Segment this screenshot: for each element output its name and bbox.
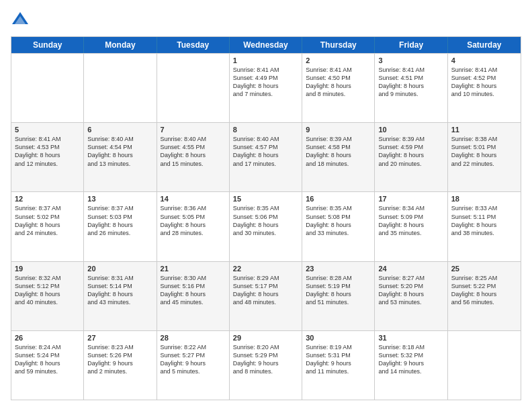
day-number: 4 bbox=[451, 56, 517, 64]
day-info: Sunrise: 8:18 AM Sunset: 5:32 PM Dayligh… bbox=[378, 343, 443, 376]
day-info: Sunrise: 8:41 AM Sunset: 4:49 PM Dayligh… bbox=[233, 66, 298, 99]
calendar-cell: 28Sunrise: 8:22 AM Sunset: 5:27 PM Dayli… bbox=[157, 331, 230, 400]
day-number: 1 bbox=[233, 56, 298, 64]
day-number: 13 bbox=[87, 195, 152, 203]
day-number: 30 bbox=[306, 334, 371, 342]
calendar-cell: 29Sunrise: 8:20 AM Sunset: 5:29 PM Dayli… bbox=[230, 331, 302, 400]
day-info: Sunrise: 8:38 AM Sunset: 5:01 PM Dayligh… bbox=[451, 135, 517, 168]
day-info: Sunrise: 8:25 AM Sunset: 5:22 PM Dayligh… bbox=[451, 274, 517, 307]
logo bbox=[11, 11, 32, 30]
calendar-row-1: 5Sunrise: 8:41 AM Sunset: 4:53 PM Daylig… bbox=[11, 122, 521, 191]
day-info: Sunrise: 8:31 AM Sunset: 5:14 PM Dayligh… bbox=[87, 274, 152, 307]
day-number: 15 bbox=[233, 195, 298, 203]
day-info: Sunrise: 8:40 AM Sunset: 4:57 PM Dayligh… bbox=[233, 135, 298, 168]
day-number: 31 bbox=[378, 334, 443, 342]
calendar-row-0: 1Sunrise: 8:41 AM Sunset: 4:49 PM Daylig… bbox=[11, 53, 521, 122]
weekday-header-thursday: Thursday bbox=[302, 37, 375, 53]
day-info: Sunrise: 8:24 AM Sunset: 5:24 PM Dayligh… bbox=[15, 343, 80, 376]
calendar-cell: 21Sunrise: 8:30 AM Sunset: 5:16 PM Dayli… bbox=[157, 262, 230, 330]
calendar-cell: 1Sunrise: 8:41 AM Sunset: 4:49 PM Daylig… bbox=[230, 54, 302, 122]
day-info: Sunrise: 8:41 AM Sunset: 4:51 PM Dayligh… bbox=[378, 66, 443, 99]
weekday-header-saturday: Saturday bbox=[448, 37, 521, 53]
calendar-cell: 24Sunrise: 8:27 AM Sunset: 5:20 PM Dayli… bbox=[375, 262, 447, 330]
day-info: Sunrise: 8:29 AM Sunset: 5:17 PM Dayligh… bbox=[233, 274, 298, 307]
calendar-row-2: 12Sunrise: 8:37 AM Sunset: 5:02 PM Dayli… bbox=[11, 191, 521, 261]
day-number: 3 bbox=[378, 56, 443, 64]
calendar-cell: 16Sunrise: 8:35 AM Sunset: 5:08 PM Dayli… bbox=[302, 192, 375, 261]
calendar-cell: 7Sunrise: 8:40 AM Sunset: 4:55 PM Daylig… bbox=[157, 123, 230, 191]
day-number: 21 bbox=[161, 265, 226, 273]
day-info: Sunrise: 8:27 AM Sunset: 5:20 PM Dayligh… bbox=[378, 274, 443, 307]
calendar-cell: 25Sunrise: 8:25 AM Sunset: 5:22 PM Dayli… bbox=[448, 262, 521, 330]
day-number: 6 bbox=[87, 126, 152, 134]
day-info: Sunrise: 8:39 AM Sunset: 4:58 PM Dayligh… bbox=[306, 135, 371, 168]
calendar-cell: 6Sunrise: 8:40 AM Sunset: 4:54 PM Daylig… bbox=[84, 123, 157, 191]
weekday-header-monday: Monday bbox=[84, 37, 157, 53]
day-number: 16 bbox=[306, 195, 371, 203]
day-number: 2 bbox=[306, 56, 371, 64]
calendar-cell: 9Sunrise: 8:39 AM Sunset: 4:58 PM Daylig… bbox=[302, 123, 375, 191]
day-info: Sunrise: 8:28 AM Sunset: 5:19 PM Dayligh… bbox=[306, 274, 371, 307]
calendar-cell: 14Sunrise: 8:36 AM Sunset: 5:05 PM Dayli… bbox=[157, 192, 230, 261]
day-number: 19 bbox=[15, 265, 80, 273]
calendar-cell: 11Sunrise: 8:38 AM Sunset: 5:01 PM Dayli… bbox=[448, 123, 521, 191]
calendar-cell bbox=[157, 54, 230, 122]
calendar-cell: 23Sunrise: 8:28 AM Sunset: 5:19 PM Dayli… bbox=[302, 262, 375, 330]
logo-icon bbox=[11, 11, 30, 30]
day-info: Sunrise: 8:19 AM Sunset: 5:31 PM Dayligh… bbox=[306, 343, 371, 376]
page: SundayMondayTuesdayWednesdayThursdayFrid… bbox=[0, 0, 532, 411]
calendar-cell: 17Sunrise: 8:34 AM Sunset: 5:09 PM Dayli… bbox=[375, 192, 447, 261]
day-info: Sunrise: 8:34 AM Sunset: 5:09 PM Dayligh… bbox=[378, 204, 443, 237]
calendar-cell bbox=[11, 54, 84, 122]
day-number: 18 bbox=[451, 195, 517, 203]
day-number: 29 bbox=[233, 334, 298, 342]
calendar-row-4: 26Sunrise: 8:24 AM Sunset: 5:24 PM Dayli… bbox=[11, 330, 521, 400]
calendar-cell: 18Sunrise: 8:33 AM Sunset: 5:11 PM Dayli… bbox=[448, 192, 521, 261]
day-info: Sunrise: 8:30 AM Sunset: 5:16 PM Dayligh… bbox=[161, 274, 226, 307]
header bbox=[11, 11, 521, 30]
weekday-header-sunday: Sunday bbox=[11, 37, 84, 53]
day-info: Sunrise: 8:37 AM Sunset: 5:02 PM Dayligh… bbox=[15, 204, 80, 237]
day-info: Sunrise: 8:35 AM Sunset: 5:08 PM Dayligh… bbox=[306, 204, 371, 237]
calendar-cell: 2Sunrise: 8:41 AM Sunset: 4:50 PM Daylig… bbox=[302, 54, 375, 122]
day-number: 12 bbox=[15, 195, 80, 203]
calendar-cell: 5Sunrise: 8:41 AM Sunset: 4:53 PM Daylig… bbox=[11, 123, 84, 191]
calendar-cell: 3Sunrise: 8:41 AM Sunset: 4:51 PM Daylig… bbox=[375, 54, 447, 122]
day-info: Sunrise: 8:35 AM Sunset: 5:06 PM Dayligh… bbox=[233, 204, 298, 237]
day-info: Sunrise: 8:22 AM Sunset: 5:27 PM Dayligh… bbox=[161, 343, 226, 376]
calendar-cell: 26Sunrise: 8:24 AM Sunset: 5:24 PM Dayli… bbox=[11, 331, 84, 400]
calendar-cell: 13Sunrise: 8:37 AM Sunset: 5:03 PM Dayli… bbox=[84, 192, 157, 261]
day-number: 28 bbox=[161, 334, 226, 342]
day-info: Sunrise: 8:39 AM Sunset: 4:59 PM Dayligh… bbox=[378, 135, 443, 168]
day-number: 20 bbox=[87, 265, 152, 273]
calendar-cell: 30Sunrise: 8:19 AM Sunset: 5:31 PM Dayli… bbox=[302, 331, 375, 400]
day-number: 11 bbox=[451, 126, 517, 134]
calendar-header: SundayMondayTuesdayWednesdayThursdayFrid… bbox=[11, 37, 521, 53]
calendar-body: 1Sunrise: 8:41 AM Sunset: 4:49 PM Daylig… bbox=[11, 53, 521, 400]
day-number: 8 bbox=[233, 126, 298, 134]
calendar-cell: 12Sunrise: 8:37 AM Sunset: 5:02 PM Dayli… bbox=[11, 192, 84, 261]
calendar-cell: 19Sunrise: 8:32 AM Sunset: 5:12 PM Dayli… bbox=[11, 262, 84, 330]
calendar: SundayMondayTuesdayWednesdayThursdayFrid… bbox=[11, 36, 521, 400]
calendar-row-3: 19Sunrise: 8:32 AM Sunset: 5:12 PM Dayli… bbox=[11, 261, 521, 330]
day-number: 27 bbox=[87, 334, 152, 342]
calendar-cell: 15Sunrise: 8:35 AM Sunset: 5:06 PM Dayli… bbox=[230, 192, 302, 261]
day-number: 5 bbox=[15, 126, 80, 134]
calendar-cell: 22Sunrise: 8:29 AM Sunset: 5:17 PM Dayli… bbox=[230, 262, 302, 330]
day-number: 25 bbox=[451, 265, 517, 273]
day-number: 17 bbox=[378, 195, 443, 203]
calendar-cell: 4Sunrise: 8:41 AM Sunset: 4:52 PM Daylig… bbox=[448, 54, 521, 122]
weekday-header-friday: Friday bbox=[375, 37, 447, 53]
day-info: Sunrise: 8:41 AM Sunset: 4:52 PM Dayligh… bbox=[451, 66, 517, 99]
calendar-cell: 27Sunrise: 8:23 AM Sunset: 5:26 PM Dayli… bbox=[84, 331, 157, 400]
calendar-cell: 8Sunrise: 8:40 AM Sunset: 4:57 PM Daylig… bbox=[230, 123, 302, 191]
day-number: 10 bbox=[378, 126, 443, 134]
day-info: Sunrise: 8:33 AM Sunset: 5:11 PM Dayligh… bbox=[451, 204, 517, 237]
calendar-cell: 20Sunrise: 8:31 AM Sunset: 5:14 PM Dayli… bbox=[84, 262, 157, 330]
day-info: Sunrise: 8:40 AM Sunset: 4:55 PM Dayligh… bbox=[161, 135, 226, 168]
day-number: 23 bbox=[306, 265, 371, 273]
calendar-cell: 10Sunrise: 8:39 AM Sunset: 4:59 PM Dayli… bbox=[375, 123, 447, 191]
day-number: 22 bbox=[233, 265, 298, 273]
weekday-header-wednesday: Wednesday bbox=[230, 37, 302, 53]
day-info: Sunrise: 8:37 AM Sunset: 5:03 PM Dayligh… bbox=[87, 204, 152, 237]
